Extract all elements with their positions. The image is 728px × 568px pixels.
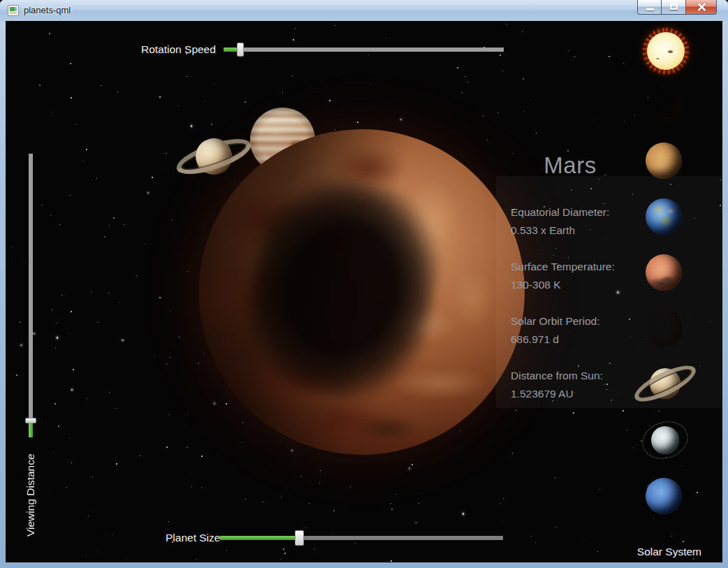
close-icon	[697, 2, 706, 12]
rotation-speed-label: Rotation Speed	[141, 43, 216, 56]
planet-item-uranus[interactable]	[642, 421, 688, 460]
minimize-icon	[646, 8, 654, 10]
mars-icon	[646, 254, 682, 291]
window-frame: planets-qml Mars Equatoria	[0, 0, 728, 568]
detail-equatorial-diameter: Equatorial Diameter: 0.533 x Earth	[511, 203, 720, 240]
minimize-button[interactable]	[637, 0, 662, 15]
mercury-icon	[646, 87, 682, 123]
uranus-icon	[651, 426, 679, 454]
rotation-speed-slider[interactable]	[224, 42, 504, 57]
detail-value: 0.533 x Earth	[511, 221, 720, 240]
slider-track[interactable]	[29, 154, 33, 437]
planet-item-mercury[interactable]	[646, 87, 682, 123]
detail-value: 686.971 d	[511, 330, 720, 349]
planet-item-saturn[interactable]	[630, 363, 700, 405]
detail-label: Surface Temperature:	[511, 258, 720, 276]
planet-size-slider[interactable]	[220, 530, 503, 546]
jupiter-icon	[646, 310, 683, 347]
planet-item-mars[interactable]	[646, 254, 682, 291]
scene-mars	[199, 129, 525, 455]
saturn-rings-icon	[630, 359, 700, 409]
planet-item-earth[interactable]	[646, 198, 682, 235]
detail-solar-orbit-period: Solar Orbit Period: 686.971 d	[511, 312, 720, 349]
planet-name-title: Mars	[496, 152, 644, 179]
window-title: planets-qml	[24, 5, 71, 15]
app-icon	[8, 5, 19, 16]
slider-fill	[220, 536, 299, 540]
planet-item-venus[interactable]	[646, 143, 682, 179]
detail-surface-temperature: Surface Temperature: 130-308 K	[511, 258, 720, 294]
detail-label: Equatorial Diameter:	[511, 203, 720, 221]
scene-viewport: Mars Equatorial Diameter: 0.533 x Earth …	[6, 21, 722, 562]
slider-handle[interactable]	[295, 530, 304, 546]
sun-icon	[647, 32, 685, 70]
viewing-distance-label: Viewing Distance	[24, 439, 38, 552]
detail-value: 130-308 K	[511, 276, 720, 294]
detail-label: Solar Orbit Period:	[511, 312, 720, 330]
neptune-icon	[646, 478, 682, 514]
slider-handle[interactable]	[237, 43, 244, 57]
venus-icon	[646, 143, 682, 179]
slider-handle[interactable]	[25, 418, 36, 423]
planet-item-jupiter[interactable]	[646, 310, 683, 347]
maximize-icon	[670, 3, 678, 10]
mars-terminator	[199, 129, 525, 455]
slider-track[interactable]	[224, 48, 504, 52]
planet-item-sun[interactable]	[642, 27, 690, 75]
title-bar[interactable]: planets-qml	[0, 0, 728, 21]
planet-item-neptune[interactable]	[646, 478, 682, 514]
planet-size-label: Planet Size	[166, 532, 220, 544]
earth-icon	[646, 198, 682, 235]
viewing-distance-slider[interactable]	[25, 154, 36, 437]
close-button[interactable]	[686, 0, 717, 15]
solar-system-label: Solar System	[637, 546, 701, 558]
maximize-button[interactable]	[662, 0, 686, 15]
